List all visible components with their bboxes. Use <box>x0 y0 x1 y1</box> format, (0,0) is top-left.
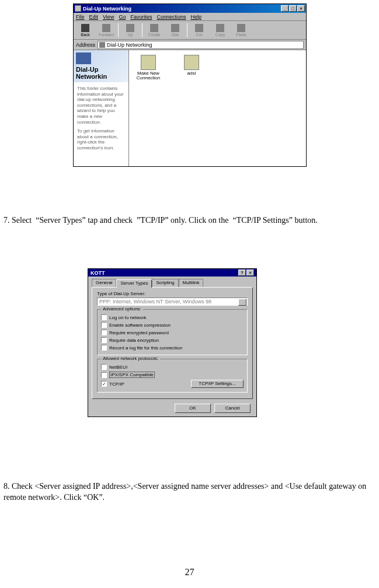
dialup-window-screenshot: Dial-Up Networking _ □ × File Edit View … <box>73 4 307 167</box>
toolbar-cut-button[interactable]: Cut <box>189 22 209 39</box>
tab-strip: General Server Types Scripting Multilink <box>92 279 253 287</box>
tab-multilink[interactable]: Multilink <box>179 279 204 287</box>
icon-area: Make New Connection adsl <box>129 50 306 166</box>
logon-checkbox[interactable] <box>101 314 107 320</box>
software-compression-checkbox[interactable] <box>101 322 107 328</box>
sidebar: Dial-Up Networkin This folder contains i… <box>74 50 129 166</box>
create-icon <box>150 24 158 32</box>
make-new-connection-icon[interactable]: Make New Connection <box>134 55 163 80</box>
toolbar-copy-button[interactable]: Copy <box>210 22 230 39</box>
server-types-dialog-screenshot: KOTT ? × General Server Types Scripting … <box>88 268 257 417</box>
toolbar-forward-button[interactable]: Forward <box>96 22 116 39</box>
toolbar-separator <box>187 23 187 37</box>
ipx-label: IPX/SPX Compatible <box>109 372 155 378</box>
menu-edit[interactable]: Edit <box>89 14 99 20</box>
data-encryption-checkbox[interactable] <box>101 337 107 343</box>
ipx-checkbox[interactable] <box>101 372 107 378</box>
tcpip-settings-button[interactable]: TCP/IP Settings... <box>191 380 244 388</box>
dialup-window: Dial-Up Networking _ □ × File Edit View … <box>73 4 307 167</box>
data-encryption-label: Require data encryption <box>109 338 159 343</box>
menu-help[interactable]: Help <box>190 14 201 20</box>
server-types-dialog: KOTT ? × General Server Types Scripting … <box>88 268 257 417</box>
netbeui-label: NetBEUI <box>109 365 127 370</box>
help-button[interactable]: ? <box>238 270 246 276</box>
advanced-options-title: Advanced options: <box>101 306 143 312</box>
cut-icon <box>195 24 203 32</box>
sidebar-banner: Dial-Up Networkin <box>74 50 128 82</box>
connection-wizard-icon <box>141 55 156 70</box>
cancel-button[interactable]: Cancel <box>214 404 251 413</box>
protocols-title: Allowed network protocols: <box>101 356 160 361</box>
minimize-button[interactable]: _ <box>281 5 288 12</box>
paste-icon <box>237 24 245 32</box>
record-log-checkbox[interactable] <box>101 345 107 351</box>
instruction-step-8: 8. Check <Server assigned IP address>,<S… <box>4 481 376 503</box>
menu-favorites[interactable]: Favorites <box>130 14 152 20</box>
titlebar: Dial-Up Networking _ □ × <box>74 4 306 13</box>
server-types-panel: Type of Dial-Up Server: PPP: Internet, W… <box>92 287 253 399</box>
window-title: Dial-Up Networking <box>83 6 281 12</box>
address-input[interactable]: Dial-Up Networking <box>98 41 304 49</box>
server-type-dropdown[interactable]: PPP: Internet, Windows NT Server, Window… <box>97 298 248 306</box>
instruction-step-7: 7. Select “Server Types” tap and check ”… <box>4 215 376 226</box>
dialog-titlebar: KOTT ? × <box>88 269 256 276</box>
toolbar-separator <box>118 23 119 37</box>
logon-label: Log on to network <box>109 315 147 320</box>
toolbar-separator <box>142 23 142 37</box>
tab-scripting[interactable]: Scripting <box>152 279 178 287</box>
tab-server-types[interactable]: Server Types <box>116 279 152 288</box>
software-compression-label: Enable software compression <box>109 323 171 328</box>
sidebar-description: This folder contains information about y… <box>74 82 128 158</box>
up-folder-icon <box>126 24 134 32</box>
encrypted-password-label: Require encrypted password <box>109 330 169 335</box>
page-number: 27 <box>0 567 379 578</box>
close-button[interactable]: × <box>246 270 254 276</box>
dialup-logo-icon <box>76 52 91 64</box>
toolbar: Back Forward Up Create Dial Cut Copy Pas… <box>74 21 306 40</box>
tcpip-label: TCP/IP <box>109 382 124 387</box>
toolbar-up-button[interactable]: Up <box>120 22 140 39</box>
toolbar-create-button[interactable]: Create <box>144 22 164 39</box>
dial-icon <box>171 24 179 32</box>
menu-connections[interactable]: Connections <box>157 14 186 20</box>
advanced-options-group: Advanced options: Log on to network Enab… <box>97 309 248 355</box>
maximize-button[interactable]: □ <box>289 5 297 12</box>
back-arrow-icon <box>81 24 89 32</box>
menubar: File Edit View Go Favorites Connections … <box>74 13 306 21</box>
connection-icon <box>184 55 199 70</box>
protocols-group: Allowed network protocols: NetBEUI IPX/S… <box>97 359 248 393</box>
ok-button[interactable]: OK <box>175 404 211 413</box>
toolbar-back-button[interactable]: Back <box>75 22 95 39</box>
close-button[interactable]: × <box>297 5 305 12</box>
menu-view[interactable]: View <box>103 14 114 20</box>
sidebar-title: Dial-Up Networkin <box>76 66 126 80</box>
encrypted-password-checkbox[interactable] <box>101 330 107 335</box>
record-log-label: Record a log file for this connection <box>109 345 182 351</box>
app-icon <box>75 5 81 12</box>
dialog-buttons: OK Cancel <box>88 401 256 416</box>
tcpip-checkbox[interactable] <box>101 381 107 387</box>
addressbar: Address Dial-Up Networking <box>74 40 306 50</box>
forward-arrow-icon <box>102 24 110 32</box>
copy-icon <box>216 24 224 32</box>
adsl-connection-icon[interactable]: adsl <box>177 55 206 76</box>
toolbar-paste-button[interactable]: Paste <box>231 22 251 39</box>
menu-go[interactable]: Go <box>119 14 126 20</box>
menu-file[interactable]: File <box>76 14 85 20</box>
dialog-title: KOTT <box>91 270 238 276</box>
toolbar-dial-button[interactable]: Dial <box>165 22 185 39</box>
address-label: Address <box>76 42 95 48</box>
netbeui-checkbox[interactable] <box>101 364 107 370</box>
server-type-label: Type of Dial-Up Server: <box>97 291 248 296</box>
tab-general[interactable]: General <box>92 279 116 287</box>
dialup-folder-icon <box>99 42 105 48</box>
